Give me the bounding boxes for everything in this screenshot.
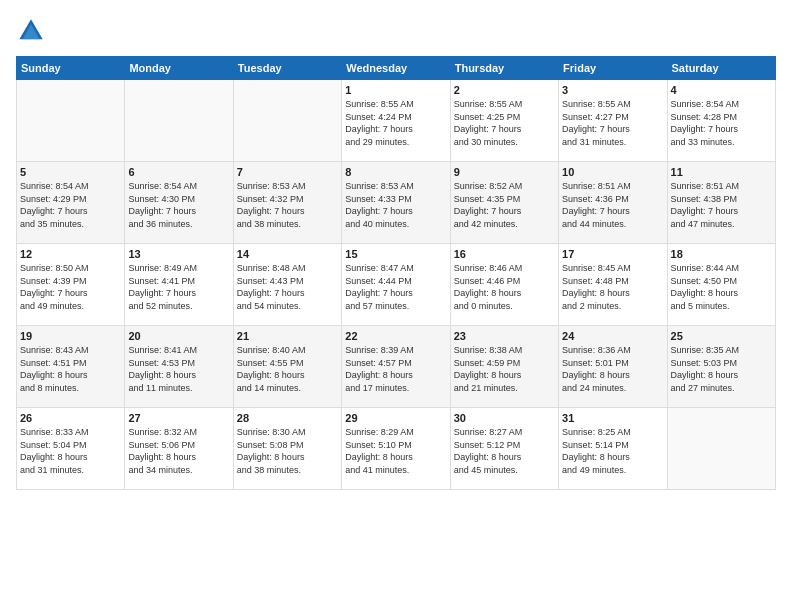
- calendar-cell: 18Sunrise: 8:44 AM Sunset: 4:50 PM Dayli…: [667, 244, 775, 326]
- day-info: Sunrise: 8:52 AM Sunset: 4:35 PM Dayligh…: [454, 180, 555, 230]
- day-number: 8: [345, 166, 446, 178]
- calendar-cell: 6Sunrise: 8:54 AM Sunset: 4:30 PM Daylig…: [125, 162, 233, 244]
- day-info: Sunrise: 8:36 AM Sunset: 5:01 PM Dayligh…: [562, 344, 663, 394]
- day-info: Sunrise: 8:53 AM Sunset: 4:33 PM Dayligh…: [345, 180, 446, 230]
- logo-icon: [16, 16, 46, 46]
- day-info: Sunrise: 8:38 AM Sunset: 4:59 PM Dayligh…: [454, 344, 555, 394]
- logo: [16, 16, 50, 46]
- day-info: Sunrise: 8:53 AM Sunset: 4:32 PM Dayligh…: [237, 180, 338, 230]
- day-info: Sunrise: 8:54 AM Sunset: 4:30 PM Dayligh…: [128, 180, 229, 230]
- calendar-cell: 9Sunrise: 8:52 AM Sunset: 4:35 PM Daylig…: [450, 162, 558, 244]
- calendar-cell: 3Sunrise: 8:55 AM Sunset: 4:27 PM Daylig…: [559, 80, 667, 162]
- day-number: 22: [345, 330, 446, 342]
- calendar-cell: 26Sunrise: 8:33 AM Sunset: 5:04 PM Dayli…: [17, 408, 125, 490]
- day-number: 5: [20, 166, 121, 178]
- day-number: 26: [20, 412, 121, 424]
- calendar-cell: 7Sunrise: 8:53 AM Sunset: 4:32 PM Daylig…: [233, 162, 341, 244]
- day-info: Sunrise: 8:55 AM Sunset: 4:24 PM Dayligh…: [345, 98, 446, 148]
- day-info: Sunrise: 8:51 AM Sunset: 4:38 PM Dayligh…: [671, 180, 772, 230]
- day-number: 7: [237, 166, 338, 178]
- calendar-cell: 11Sunrise: 8:51 AM Sunset: 4:38 PM Dayli…: [667, 162, 775, 244]
- calendar-week-1: 5Sunrise: 8:54 AM Sunset: 4:29 PM Daylig…: [17, 162, 776, 244]
- day-info: Sunrise: 8:32 AM Sunset: 5:06 PM Dayligh…: [128, 426, 229, 476]
- day-info: Sunrise: 8:55 AM Sunset: 4:25 PM Dayligh…: [454, 98, 555, 148]
- calendar-cell: [125, 80, 233, 162]
- calendar-cell: [17, 80, 125, 162]
- calendar-cell: 1Sunrise: 8:55 AM Sunset: 4:24 PM Daylig…: [342, 80, 450, 162]
- day-number: 14: [237, 248, 338, 260]
- weekday-header-saturday: Saturday: [667, 57, 775, 80]
- calendar-cell: 16Sunrise: 8:46 AM Sunset: 4:46 PM Dayli…: [450, 244, 558, 326]
- calendar-cell: 12Sunrise: 8:50 AM Sunset: 4:39 PM Dayli…: [17, 244, 125, 326]
- calendar-cell: [667, 408, 775, 490]
- calendar-body: 1Sunrise: 8:55 AM Sunset: 4:24 PM Daylig…: [17, 80, 776, 490]
- day-number: 28: [237, 412, 338, 424]
- day-info: Sunrise: 8:41 AM Sunset: 4:53 PM Dayligh…: [128, 344, 229, 394]
- calendar-header: SundayMondayTuesdayWednesdayThursdayFrid…: [17, 57, 776, 80]
- day-number: 16: [454, 248, 555, 260]
- calendar-week-0: 1Sunrise: 8:55 AM Sunset: 4:24 PM Daylig…: [17, 80, 776, 162]
- day-number: 21: [237, 330, 338, 342]
- page: SundayMondayTuesdayWednesdayThursdayFrid…: [0, 0, 792, 612]
- calendar-cell: 15Sunrise: 8:47 AM Sunset: 4:44 PM Dayli…: [342, 244, 450, 326]
- calendar-cell: [233, 80, 341, 162]
- calendar-cell: 22Sunrise: 8:39 AM Sunset: 4:57 PM Dayli…: [342, 326, 450, 408]
- header: [16, 16, 776, 46]
- calendar-week-3: 19Sunrise: 8:43 AM Sunset: 4:51 PM Dayli…: [17, 326, 776, 408]
- calendar-cell: 27Sunrise: 8:32 AM Sunset: 5:06 PM Dayli…: [125, 408, 233, 490]
- day-info: Sunrise: 8:25 AM Sunset: 5:14 PM Dayligh…: [562, 426, 663, 476]
- calendar-cell: 29Sunrise: 8:29 AM Sunset: 5:10 PM Dayli…: [342, 408, 450, 490]
- calendar-table: SundayMondayTuesdayWednesdayThursdayFrid…: [16, 56, 776, 490]
- day-info: Sunrise: 8:43 AM Sunset: 4:51 PM Dayligh…: [20, 344, 121, 394]
- day-number: 27: [128, 412, 229, 424]
- day-info: Sunrise: 8:29 AM Sunset: 5:10 PM Dayligh…: [345, 426, 446, 476]
- day-number: 4: [671, 84, 772, 96]
- calendar-cell: 13Sunrise: 8:49 AM Sunset: 4:41 PM Dayli…: [125, 244, 233, 326]
- weekday-header-wednesday: Wednesday: [342, 57, 450, 80]
- calendar-cell: 20Sunrise: 8:41 AM Sunset: 4:53 PM Dayli…: [125, 326, 233, 408]
- day-info: Sunrise: 8:33 AM Sunset: 5:04 PM Dayligh…: [20, 426, 121, 476]
- day-info: Sunrise: 8:54 AM Sunset: 4:29 PM Dayligh…: [20, 180, 121, 230]
- calendar-week-4: 26Sunrise: 8:33 AM Sunset: 5:04 PM Dayli…: [17, 408, 776, 490]
- calendar-cell: 31Sunrise: 8:25 AM Sunset: 5:14 PM Dayli…: [559, 408, 667, 490]
- day-number: 18: [671, 248, 772, 260]
- day-number: 10: [562, 166, 663, 178]
- calendar-cell: 5Sunrise: 8:54 AM Sunset: 4:29 PM Daylig…: [17, 162, 125, 244]
- calendar-cell: 23Sunrise: 8:38 AM Sunset: 4:59 PM Dayli…: [450, 326, 558, 408]
- day-info: Sunrise: 8:35 AM Sunset: 5:03 PM Dayligh…: [671, 344, 772, 394]
- day-info: Sunrise: 8:46 AM Sunset: 4:46 PM Dayligh…: [454, 262, 555, 312]
- calendar-cell: 30Sunrise: 8:27 AM Sunset: 5:12 PM Dayli…: [450, 408, 558, 490]
- day-number: 31: [562, 412, 663, 424]
- day-info: Sunrise: 8:49 AM Sunset: 4:41 PM Dayligh…: [128, 262, 229, 312]
- day-number: 17: [562, 248, 663, 260]
- day-info: Sunrise: 8:51 AM Sunset: 4:36 PM Dayligh…: [562, 180, 663, 230]
- calendar-cell: 17Sunrise: 8:45 AM Sunset: 4:48 PM Dayli…: [559, 244, 667, 326]
- day-number: 3: [562, 84, 663, 96]
- day-number: 6: [128, 166, 229, 178]
- day-info: Sunrise: 8:45 AM Sunset: 4:48 PM Dayligh…: [562, 262, 663, 312]
- day-number: 2: [454, 84, 555, 96]
- day-info: Sunrise: 8:30 AM Sunset: 5:08 PM Dayligh…: [237, 426, 338, 476]
- calendar-cell: 24Sunrise: 8:36 AM Sunset: 5:01 PM Dayli…: [559, 326, 667, 408]
- day-number: 29: [345, 412, 446, 424]
- day-info: Sunrise: 8:47 AM Sunset: 4:44 PM Dayligh…: [345, 262, 446, 312]
- header-row: SundayMondayTuesdayWednesdayThursdayFrid…: [17, 57, 776, 80]
- day-number: 23: [454, 330, 555, 342]
- day-info: Sunrise: 8:27 AM Sunset: 5:12 PM Dayligh…: [454, 426, 555, 476]
- calendar-cell: 10Sunrise: 8:51 AM Sunset: 4:36 PM Dayli…: [559, 162, 667, 244]
- day-number: 30: [454, 412, 555, 424]
- calendar-cell: 21Sunrise: 8:40 AM Sunset: 4:55 PM Dayli…: [233, 326, 341, 408]
- calendar-cell: 14Sunrise: 8:48 AM Sunset: 4:43 PM Dayli…: [233, 244, 341, 326]
- calendar-week-2: 12Sunrise: 8:50 AM Sunset: 4:39 PM Dayli…: [17, 244, 776, 326]
- calendar-cell: 28Sunrise: 8:30 AM Sunset: 5:08 PM Dayli…: [233, 408, 341, 490]
- calendar-cell: 4Sunrise: 8:54 AM Sunset: 4:28 PM Daylig…: [667, 80, 775, 162]
- weekday-header-tuesday: Tuesday: [233, 57, 341, 80]
- day-number: 12: [20, 248, 121, 260]
- day-info: Sunrise: 8:50 AM Sunset: 4:39 PM Dayligh…: [20, 262, 121, 312]
- day-number: 1: [345, 84, 446, 96]
- day-info: Sunrise: 8:40 AM Sunset: 4:55 PM Dayligh…: [237, 344, 338, 394]
- day-number: 19: [20, 330, 121, 342]
- weekday-header-friday: Friday: [559, 57, 667, 80]
- calendar-cell: 2Sunrise: 8:55 AM Sunset: 4:25 PM Daylig…: [450, 80, 558, 162]
- day-info: Sunrise: 8:48 AM Sunset: 4:43 PM Dayligh…: [237, 262, 338, 312]
